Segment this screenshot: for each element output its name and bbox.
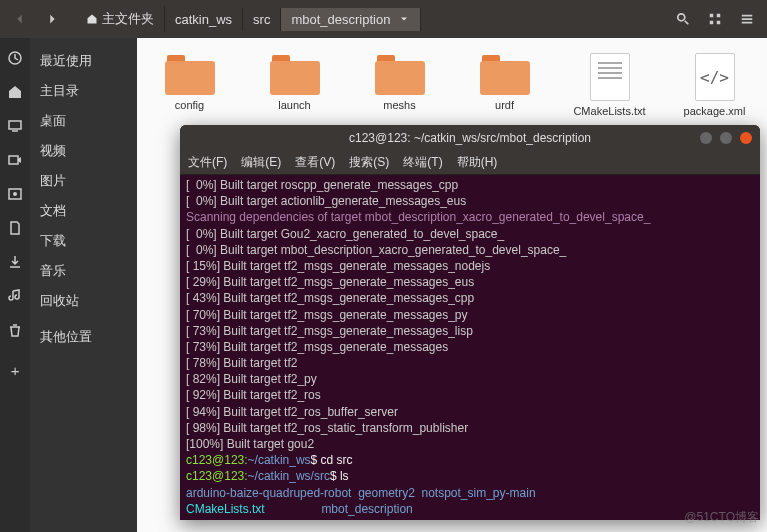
sidebar-item-downloads[interactable]: 下载 [30,226,137,256]
music-icon[interactable] [3,284,27,308]
xml-file-icon: </> [695,53,735,101]
sidebar-item-music[interactable]: 音乐 [30,256,137,286]
sidebar-item-videos[interactable]: 视频 [30,136,137,166]
file-label: urdf [495,99,514,112]
text-file-icon [590,53,630,101]
back-button[interactable] [6,5,34,33]
file-item[interactable]: launch [257,53,332,112]
other-locations-icon[interactable]: + [3,358,27,382]
file-item[interactable]: </>package.xml [677,53,752,118]
window-controls [700,132,752,144]
breadcrumb-item[interactable]: mbot_description [281,8,421,31]
svg-rect-2 [717,14,721,18]
file-label: meshs [383,99,415,112]
svg-rect-1 [710,14,714,18]
file-label: config [175,99,204,112]
breadcrumb-item[interactable]: src [243,8,281,31]
menu-button[interactable] [733,5,761,33]
iconbar: + [0,38,30,532]
svg-rect-7 [9,156,18,164]
file-manager-toolbar: 主文件夹 catkin_ws src mbot_description [0,0,767,38]
menu-item[interactable]: 编辑(E) [241,154,281,171]
file-label: package.xml [684,105,746,118]
sidebar-item-home[interactable]: 主目录 [30,76,137,106]
file-item[interactable]: CMakeLists.txt [572,53,647,118]
view-options-button[interactable] [701,5,729,33]
terminal-menubar: 文件(F)编辑(E)查看(V)搜索(S)终端(T)帮助(H) [180,151,760,175]
svg-rect-3 [710,21,714,25]
pictures-icon[interactable] [3,182,27,206]
sidebar: 最近使用 主目录 桌面 视频 图片 文档 下载 音乐 回收站 其他位置 [30,38,137,532]
file-item[interactable]: config [152,53,227,112]
svg-rect-6 [9,121,21,129]
toolbar-right [669,5,761,33]
sidebar-item-pictures[interactable]: 图片 [30,166,137,196]
file-label: CMakeLists.txt [573,105,645,118]
menu-item[interactable]: 文件(F) [188,154,227,171]
videos-icon[interactable] [3,148,27,172]
sidebar-item-trash[interactable]: 回收站 [30,286,137,316]
minimize-button[interactable] [700,132,712,144]
file-item[interactable]: meshs [362,53,437,112]
folder-icon [480,53,530,95]
terminal-output[interactable]: [ 0%] Built target roscpp_generate_messa… [180,175,760,520]
desktop-icon[interactable] [3,114,27,138]
folder-icon [165,53,215,95]
trash-icon[interactable] [3,318,27,342]
watermark: @51CTO博客 [684,509,759,526]
folder-icon [270,53,320,95]
sidebar-item-documents[interactable]: 文档 [30,196,137,226]
sidebar-item-desktop[interactable]: 桌面 [30,106,137,136]
menu-item[interactable]: 帮助(H) [457,154,498,171]
downloads-icon[interactable] [3,250,27,274]
forward-button[interactable] [38,5,66,33]
svg-point-9 [13,192,17,196]
svg-rect-4 [717,21,721,25]
sidebar-item-other[interactable]: 其他位置 [30,322,137,352]
terminal-titlebar[interactable]: c123@123: ~/catkin_ws/src/mbot_descripti… [180,125,760,151]
terminal-title: c123@123: ~/catkin_ws/src/mbot_descripti… [188,131,752,145]
breadcrumb-home[interactable]: 主文件夹 [76,6,165,32]
file-item[interactable]: urdf [467,53,542,112]
search-button[interactable] [669,5,697,33]
menu-item[interactable]: 终端(T) [403,154,442,171]
close-button[interactable] [740,132,752,144]
folder-icon [375,53,425,95]
file-label: launch [278,99,310,112]
maximize-button[interactable] [720,132,732,144]
breadcrumb-item[interactable]: catkin_ws [165,8,243,31]
breadcrumb: 主文件夹 catkin_ws src mbot_description [76,6,665,32]
menu-item[interactable]: 查看(V) [295,154,335,171]
sidebar-item-recent[interactable]: 最近使用 [30,46,137,76]
home-icon[interactable] [3,80,27,104]
terminal-window: c123@123: ~/catkin_ws/src/mbot_descripti… [180,125,760,520]
documents-icon[interactable] [3,216,27,240]
svg-point-0 [678,14,685,21]
recent-icon[interactable] [3,46,27,70]
menu-item[interactable]: 搜索(S) [349,154,389,171]
